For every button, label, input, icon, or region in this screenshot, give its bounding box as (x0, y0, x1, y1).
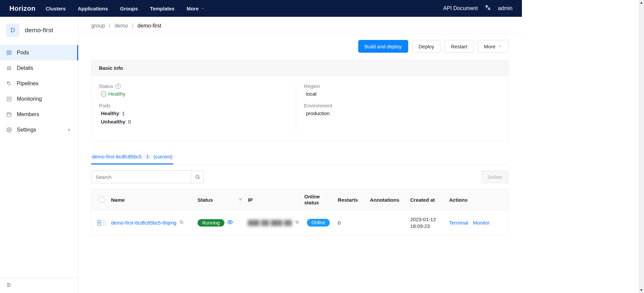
expand-row-icon[interactable]: + (98, 220, 101, 226)
svg-rect-6 (7, 113, 11, 116)
sidebar-item-label: Pods (17, 50, 29, 56)
svg-marker-15 (640, 2, 643, 4)
sidebar-item-details[interactable]: Details (0, 60, 78, 76)
filter-icon[interactable] (238, 197, 243, 203)
sidebar-title: demo-first (25, 27, 53, 34)
sidebar-item-monitoring[interactable]: Monitoring (0, 91, 78, 107)
svg-line-9 (198, 178, 199, 179)
sidebar: D demo-first Pods Details (0, 17, 78, 293)
restart-button[interactable]: Restart (444, 40, 473, 53)
th-online-l2: status (304, 200, 319, 206)
window-scrollbar[interactable] (639, 0, 644, 293)
language-icon[interactable] (484, 4, 491, 12)
calendar-icon (6, 111, 12, 117)
basic-info-title: Basic info (92, 60, 508, 76)
nav-links: Clusters Applications Groups Templates M… (46, 6, 443, 11)
nav-groups[interactable]: Groups (120, 6, 138, 11)
sidebar-footer (0, 278, 78, 293)
sidebar-item-settings[interactable]: Settings (0, 122, 78, 138)
main-content: group / demo / demo-first Build and depl… (78, 17, 522, 293)
pod-name-link[interactable]: demo-first-6cdfc85bc5-6tqmg (111, 220, 176, 226)
region-label: Region (304, 83, 320, 89)
th-annotations: Annotations (367, 197, 408, 203)
row-checkbox[interactable] (103, 220, 106, 226)
sidebar-menu: Pods Details Pipelines (0, 44, 78, 278)
search-box (91, 170, 204, 183)
th-status-label: Status (198, 197, 213, 203)
tab-current-replicaset[interactable]: demo-first-6cdfc85bc5 1 (current) (91, 150, 173, 164)
healthy-label: Healthy (101, 110, 119, 116)
replicaset-tabs: demo-first-6cdfc85bc5 1 (current) (91, 150, 508, 164)
nav-clusters[interactable]: Clusters (46, 6, 66, 11)
online-badge: Online (307, 219, 330, 227)
table-row: + demo-first-6cdfc85bc5-6tqmg Running (92, 210, 508, 235)
select-all-checkbox[interactable] (99, 197, 104, 202)
gear-icon (6, 127, 12, 133)
search-icon (195, 174, 200, 180)
th-checkbox (95, 197, 108, 202)
sidebar-item-label: Pipelines (17, 81, 39, 87)
sidebar-item-label: Members (17, 111, 39, 117)
th-restarts: Restarts (335, 197, 367, 203)
th-created: Created at (408, 197, 446, 203)
status-label: Status (99, 83, 113, 89)
chevron-down-icon (201, 6, 205, 11)
sidebar-item-pods[interactable]: Pods (0, 45, 78, 60)
svg-point-12 (229, 222, 231, 223)
chevron-down-icon (498, 44, 502, 49)
action-toolbar: Build and deploy Deploy Restart More (91, 40, 508, 53)
user-menu[interactable]: admin (498, 5, 513, 11)
nav-more[interactable]: More (186, 6, 205, 11)
copy-icon[interactable] (295, 220, 300, 226)
scroll-down-icon[interactable] (639, 288, 644, 293)
search-button[interactable] (191, 171, 204, 183)
eye-icon[interactable] (227, 219, 233, 226)
nav-right: API Document admin (443, 4, 513, 12)
divider (78, 34, 522, 34)
brand-logo[interactable]: Horizon (9, 5, 36, 12)
tab-name: demo-first-6cdfc85bc5 (92, 154, 142, 159)
sidebar-item-pipelines[interactable]: Pipelines (0, 76, 78, 91)
svg-marker-16 (640, 289, 643, 291)
chevron-right-icon (66, 127, 72, 133)
status-value: Healthy (101, 91, 296, 97)
scroll-up-icon[interactable] (639, 0, 644, 5)
help-icon[interactable]: ? (115, 84, 121, 89)
breadcrumb-sep: / (109, 23, 110, 29)
th-actions: Actions (446, 197, 505, 203)
pods-table: Name Status IP Online status Restarts (91, 189, 508, 236)
environment-value: production (306, 110, 501, 116)
svg-rect-1 (9, 51, 11, 52)
sidebar-item-members[interactable]: Members (0, 107, 78, 122)
terminal-action[interactable]: Terminal (449, 220, 468, 226)
basic-info-right: Region local Environment production (296, 83, 501, 131)
tab-suffix: (current) (154, 154, 173, 159)
api-document-link[interactable]: API Document (443, 5, 478, 11)
tab-count-badge: 1 (144, 154, 151, 159)
copy-icon[interactable] (179, 220, 184, 226)
monitor-action[interactable]: Monitor (473, 220, 490, 226)
unhealthy-label: Unhealthy (101, 119, 125, 125)
nav-applications[interactable]: Applications (78, 6, 108, 11)
breadcrumb-group[interactable]: group (91, 23, 105, 29)
nav-templates[interactable]: Templates (150, 6, 174, 11)
more-button[interactable]: More (478, 40, 508, 53)
collapse-icon[interactable] (6, 284, 12, 289)
th-status[interactable]: Status (195, 197, 245, 203)
svg-rect-0 (7, 51, 9, 52)
healthy-count: 1 (122, 110, 125, 116)
restarts-value: 0 (335, 220, 367, 226)
breadcrumb-demo[interactable]: demo (114, 23, 128, 29)
pod-ip: ███.██.███.██ (248, 220, 292, 226)
build-and-deploy-button[interactable]: Build and deploy (358, 40, 408, 53)
breadcrumb-current: demo-first (138, 23, 161, 29)
pods-unhealthy: Unhealthy: 0 (101, 119, 296, 125)
search-row: Delete (91, 170, 508, 183)
deploy-button[interactable]: Deploy (412, 40, 441, 53)
bank-icon (6, 65, 12, 71)
svg-rect-2 (7, 53, 9, 55)
search-input[interactable] (92, 171, 191, 183)
svg-point-4 (8, 82, 8, 83)
sidebar-header: D demo-first (0, 17, 78, 44)
pods-label: Pods (99, 103, 110, 108)
